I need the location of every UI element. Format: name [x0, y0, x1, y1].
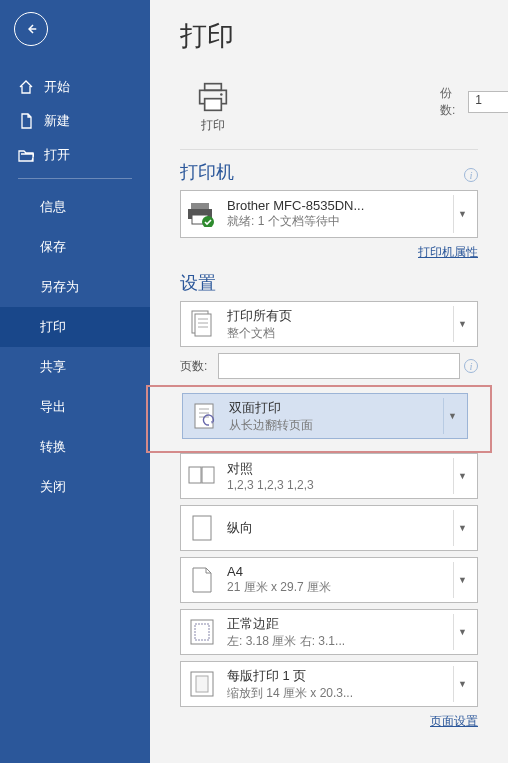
setting-sub: 从长边翻转页面	[229, 417, 443, 434]
svg-rect-0	[30, 28, 37, 30]
nav-sub-item[interactable]: 关闭	[0, 467, 150, 507]
svg-rect-24	[196, 676, 208, 692]
setting-duplex[interactable]: 双面打印从长边翻转页面▼	[182, 393, 468, 439]
chevron-down-icon: ▼	[453, 562, 471, 598]
printer-status: 就绪: 1 个文档等待中	[227, 213, 453, 230]
margins-icon	[187, 617, 217, 647]
svg-rect-18	[189, 467, 201, 483]
nav-item-doc[interactable]: 新建	[0, 104, 150, 138]
setting-title: 每版打印 1 页	[227, 667, 453, 685]
svg-rect-1	[205, 84, 222, 91]
nav-label: 新建	[44, 112, 70, 130]
copies-input[interactable]: 1 ▲ ▼	[468, 91, 508, 113]
chevron-down-icon: ▼	[453, 306, 471, 342]
chevron-down-icon: ▼	[453, 614, 471, 650]
chevron-down-icon: ▼	[453, 666, 471, 702]
printer-info-icon[interactable]: i	[464, 168, 478, 182]
copies-value: 1	[475, 93, 482, 107]
nav-sub-item[interactable]: 另存为	[0, 267, 150, 307]
page-setup-link[interactable]: 页面设置	[430, 714, 478, 728]
printer-properties-link[interactable]: 打印机属性	[418, 245, 478, 259]
main-panel: 打印 打印 份数: 1 ▲ ▼ 打印机 i	[150, 0, 508, 763]
pages-input[interactable]	[218, 353, 460, 379]
setting-title: 对照	[227, 460, 453, 478]
setting-sub: 整个文档	[227, 325, 453, 342]
settings-section-title: 设置	[180, 271, 508, 295]
setting-papersize[interactable]: A421 厘米 x 29.7 厘米▼	[180, 557, 478, 603]
duplex-icon	[189, 401, 219, 431]
pages-all-icon	[187, 309, 217, 339]
nav-sub-item[interactable]: 共享	[0, 347, 150, 387]
pages-label: 页数:	[180, 358, 218, 375]
copies-label: 份数:	[440, 85, 462, 119]
printer-section-title: 打印机	[180, 160, 234, 184]
setting-title: 打印所有页	[227, 307, 453, 325]
chevron-down-icon: ▼	[453, 458, 471, 494]
backstage-sidebar: 开始新建打开 信息保存另存为打印共享导出转换关闭	[0, 0, 150, 763]
setting-title: A4	[227, 564, 453, 579]
pages-row: 页数:i	[180, 353, 478, 379]
collate-icon	[187, 461, 217, 491]
setting-sub: 左: 3.18 厘米 右: 3.1...	[227, 633, 453, 650]
print-button[interactable]: 打印	[180, 72, 246, 141]
svg-rect-20	[193, 516, 211, 540]
printer-icon	[193, 79, 233, 115]
nav-label: 打开	[44, 146, 70, 164]
setting-pages-all[interactable]: 打印所有页整个文档▼	[180, 301, 478, 347]
setting-sub: 21 厘米 x 29.7 厘米	[227, 579, 453, 596]
nav-sub-item[interactable]: 信息	[0, 187, 150, 227]
doc-icon	[18, 113, 34, 129]
nav-sub-item[interactable]: 转换	[0, 427, 150, 467]
setting-margins[interactable]: 正常边距左: 3.18 厘米 右: 3.1...▼	[180, 609, 478, 655]
nav-sub-item[interactable]: 打印	[0, 307, 150, 347]
back-button[interactable]	[14, 12, 48, 46]
setting-sub: 1,2,3 1,2,3 1,2,3	[227, 478, 453, 492]
copies-row: 份数: 1 ▲ ▼	[440, 85, 508, 119]
nav-item-folder[interactable]: 打开	[0, 138, 150, 172]
print-button-label: 打印	[193, 117, 233, 134]
setting-title: 正常边距	[227, 615, 453, 633]
folder-icon	[18, 147, 34, 163]
setting-npages[interactable]: 每版打印 1 页缩放到 14 厘米 x 20.3...▼	[180, 661, 478, 707]
svg-rect-19	[202, 467, 214, 483]
nav-top-group: 开始新建打开	[0, 70, 150, 172]
chevron-down-icon: ▼	[453, 510, 471, 546]
nav-sub-group: 信息保存另存为打印共享导出转换关闭	[0, 187, 150, 507]
printer-status-icon	[187, 199, 217, 229]
svg-rect-5	[191, 203, 209, 209]
nav-divider	[18, 178, 132, 179]
separator	[180, 149, 478, 150]
nav-sub-item[interactable]: 保存	[0, 227, 150, 267]
chevron-down-icon: ▼	[443, 398, 461, 434]
chevron-down-icon: ▼	[453, 195, 471, 233]
nav-label: 开始	[44, 78, 70, 96]
nav-sub-item[interactable]: 导出	[0, 387, 150, 427]
setting-sub: 缩放到 14 厘米 x 20.3...	[227, 685, 453, 702]
svg-rect-3	[205, 99, 222, 111]
printer-dropdown[interactable]: Brother MFC-8535DN... 就绪: 1 个文档等待中 ▼	[180, 190, 478, 238]
svg-rect-10	[195, 314, 211, 336]
svg-point-4	[220, 93, 223, 96]
setting-title: 纵向	[227, 519, 453, 537]
portrait-icon	[187, 513, 217, 543]
highlight-box: 双面打印从长边翻转页面▼	[146, 385, 492, 453]
home-icon	[18, 79, 34, 95]
setting-portrait[interactable]: 纵向▼	[180, 505, 478, 551]
setting-title: 双面打印	[229, 399, 443, 417]
arrow-left-icon	[22, 20, 40, 38]
page-title: 打印	[180, 18, 508, 54]
papersize-icon	[187, 565, 217, 595]
printer-name: Brother MFC-8535DN...	[227, 198, 453, 213]
nav-item-home[interactable]: 开始	[0, 70, 150, 104]
pages-info-icon[interactable]: i	[464, 359, 478, 373]
npages-icon	[187, 669, 217, 699]
setting-collate[interactable]: 对照1,2,3 1,2,3 1,2,3▼	[180, 453, 478, 499]
